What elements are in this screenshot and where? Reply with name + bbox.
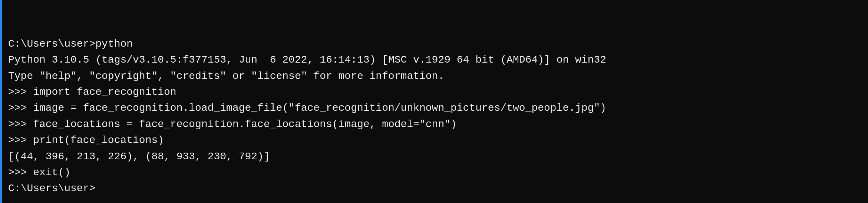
terminal-line: >>> print(face_locations) [8,132,862,148]
terminal-line: C:\Users\user>python [8,36,862,52]
terminal-output[interactable]: C:\Users\user>pythonPython 3.10.5 (tags/… [2,0,868,203]
terminal-line: Type "help", "copyright", "credits" or "… [8,68,862,84]
terminal-line: >>> exit() [8,164,862,180]
terminal-line: >>> import face_recognition [8,84,862,100]
terminal-line: >>> face_locations = face_recognition.fa… [8,116,862,132]
terminal-line: C:\Users\user> [8,180,862,196]
terminal-line: [(44, 396, 213, 226), (88, 933, 230, 792… [8,149,862,164]
terminal-line: Python 3.10.5 (tags/v3.10.5:f377153, Jun… [8,52,862,68]
terminal-line: >>> image = face_recognition.load_image_… [8,100,862,116]
